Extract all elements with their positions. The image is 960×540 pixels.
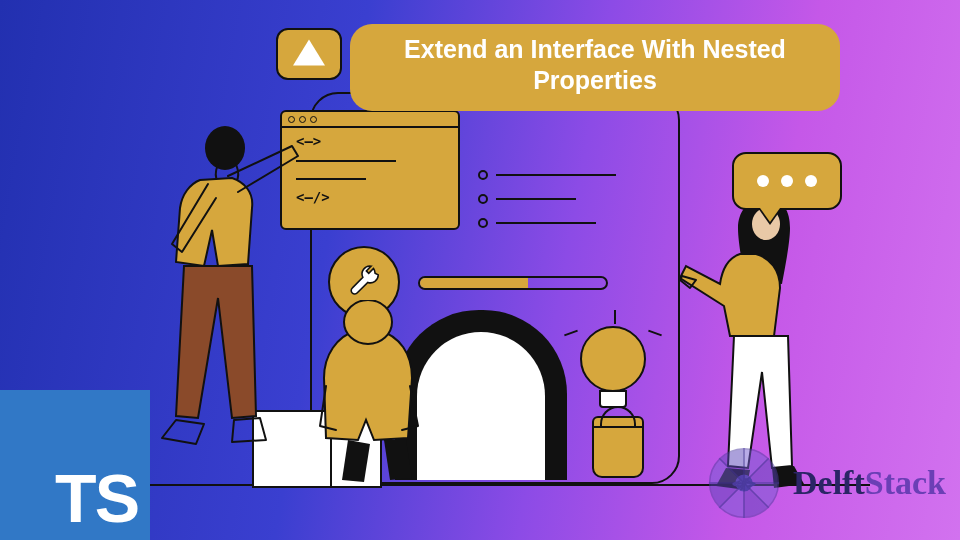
person-middle <box>308 300 478 490</box>
brand-text: DelftStack <box>793 466 946 500</box>
svg-point-0 <box>205 126 245 170</box>
dot-icon <box>805 175 817 187</box>
dot-icon <box>757 175 769 187</box>
alert-badge <box>276 28 342 80</box>
progress-bar <box>418 276 608 290</box>
lightbulb-icon <box>580 326 646 408</box>
svg-point-1 <box>344 300 392 344</box>
title-text: Extend an Interface With Nested Properti… <box>404 35 786 94</box>
list-lines <box>478 170 616 242</box>
title-banner: Extend an Interface With Nested Properti… <box>350 24 840 111</box>
mandala-icon: </> <box>705 444 783 522</box>
triangle-icon <box>293 39 325 65</box>
typescript-logo: TS <box>0 390 150 540</box>
delftstack-logo: </> DelftStack <box>705 444 946 522</box>
ts-logo-text: TS <box>55 464 150 540</box>
paint-bucket-icon <box>592 416 644 478</box>
brand-suffix: Stack <box>865 464 946 501</box>
speech-bubble <box>732 152 842 210</box>
brand-name: Delft <box>793 464 865 501</box>
dot-icon <box>781 175 793 187</box>
svg-text:</>: </> <box>733 476 756 491</box>
person-left <box>130 120 330 490</box>
